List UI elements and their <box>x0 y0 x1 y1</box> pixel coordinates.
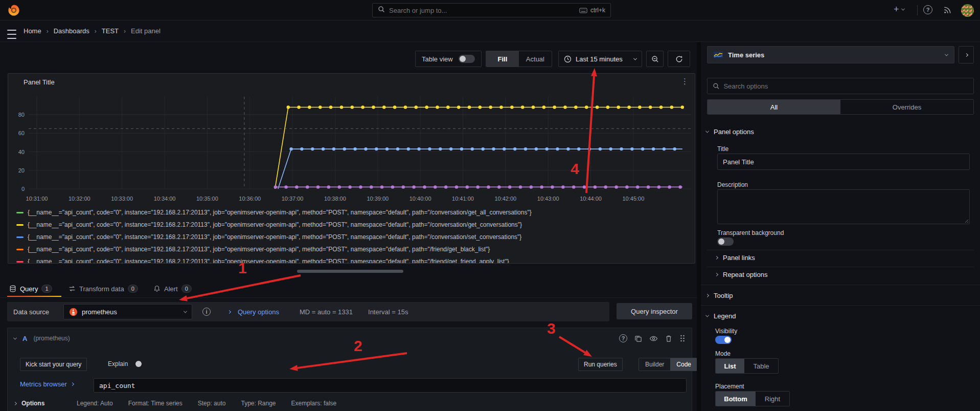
breadcrumb-dashboard-name[interactable]: TEST <box>102 27 119 35</box>
delete-query-icon[interactable] <box>665 335 672 342</box>
legend-placement-switch: Bottom Right <box>715 391 790 406</box>
mode-list-option[interactable]: List <box>716 359 744 373</box>
sidebar-expand-button[interactable] <box>959 46 974 63</box>
fill-option[interactable]: Fill <box>486 51 519 67</box>
options-search-input[interactable] <box>723 82 968 90</box>
panel-title-field[interactable] <box>717 154 970 170</box>
datasource-help-button[interactable]: i <box>198 304 215 319</box>
legend-swatch <box>16 236 24 238</box>
tab-overrides[interactable]: Overrides <box>840 100 973 114</box>
clock-icon <box>564 55 572 63</box>
grafana-logo-icon[interactable] <box>7 4 20 17</box>
top-nav-bar: ctrl+k + ? <box>0 0 980 20</box>
query-row-header[interactable]: A (prometheus) <box>8 328 692 349</box>
legend-label: {__name__="api_count", code="0", instanc… <box>28 221 522 228</box>
svg-text:0: 0 <box>21 186 25 192</box>
drag-handle-icon[interactable] <box>679 334 686 342</box>
repeat-options-section[interactable]: Repeat options <box>715 271 767 278</box>
max-data-points-summary: MD = auto = 1331 <box>300 308 353 316</box>
query-options-toggle[interactable]: Query options MD = auto = 1331 Interval … <box>228 302 408 321</box>
mode-label: Mode <box>715 350 731 357</box>
legend-swatch <box>16 249 24 250</box>
editor-tab-bar: Query 1 Transform data 0 Alert 0 <box>0 279 697 298</box>
time-range-picker[interactable]: Last 15 minutes <box>558 51 642 67</box>
divider <box>701 285 980 285</box>
legend-visibility-toggle[interactable] <box>715 336 732 344</box>
svg-text:10:36:00: 10:36:00 <box>239 196 261 202</box>
zoom-out-button[interactable] <box>646 51 664 67</box>
promql-query-input[interactable] <box>94 378 687 393</box>
query-count-badge: 1 <box>41 285 52 293</box>
menu-toggle-button[interactable] <box>7 28 16 40</box>
actual-option[interactable]: Actual <box>519 51 552 67</box>
datasource-label: Data source <box>13 302 49 321</box>
chevron-right-icon <box>705 294 709 297</box>
format-option-summary: Format: Time series <box>128 400 183 407</box>
pane-splitter[interactable] <box>697 42 701 411</box>
panel-title-input[interactable] <box>718 158 969 166</box>
legend-item[interactable]: {__name__="api_count", code="0", instanc… <box>16 232 521 242</box>
svg-text:40: 40 <box>18 149 25 155</box>
help-button[interactable]: ? <box>923 5 932 14</box>
breadcrumb: Home › Dashboards › TEST › Edit panel <box>24 27 161 35</box>
chevron-right-icon <box>71 382 74 386</box>
description-field[interactable] <box>717 189 970 224</box>
chevron-down-icon <box>633 56 637 60</box>
query-inspector-button[interactable]: Query inspector <box>617 303 692 319</box>
visualization-picker[interactable]: Time series <box>707 46 954 63</box>
search-input[interactable] <box>389 7 575 14</box>
builder-option[interactable]: Builder <box>639 358 670 371</box>
tab-query[interactable]: Query 1 <box>9 282 52 296</box>
table-view-toggle[interactable] <box>459 55 475 63</box>
explain-label: Explain <box>108 360 128 367</box>
query-datasource-hint: (prometheus) <box>33 335 70 342</box>
description-textarea[interactable] <box>718 190 969 224</box>
breadcrumb-dashboards[interactable]: Dashboards <box>54 27 89 35</box>
placement-bottom-option[interactable]: Bottom <box>716 392 756 406</box>
placement-right-option[interactable]: Right <box>756 392 789 406</box>
options-label: Options <box>21 400 44 407</box>
panel-links-section[interactable]: Panel links <box>715 254 755 262</box>
legend-item[interactable]: {__name__="api_count", code="0", instanc… <box>16 245 490 254</box>
chevron-down-icon <box>901 7 904 10</box>
global-search[interactable]: ctrl+k <box>372 3 611 17</box>
svg-text:10:39:00: 10:39:00 <box>367 196 389 202</box>
tab-transform-data[interactable]: Transform data 0 <box>69 282 138 296</box>
code-option[interactable]: Code <box>670 358 697 371</box>
news-button[interactable] <box>943 5 952 15</box>
table-view-control: Table view <box>415 51 482 67</box>
tooltip-section[interactable]: Tooltip <box>706 292 733 299</box>
options-search[interactable] <box>707 78 974 94</box>
kick-start-query-button[interactable]: Kick start your query <box>20 358 87 371</box>
metrics-browser-toggle[interactable]: Metrics browser <box>20 380 74 388</box>
legend-section[interactable]: Legend <box>706 312 736 320</box>
query-help-icon[interactable]: ? <box>619 334 627 342</box>
transparent-bg-toggle[interactable] <box>717 237 734 246</box>
timeseries-viz-icon <box>714 51 723 58</box>
exemplars-option-summary: Exemplars: false <box>291 400 337 407</box>
tab-all[interactable]: All <box>708 100 840 114</box>
legend-label: {__name__="api_count", code="0", instanc… <box>28 233 521 241</box>
breadcrumb-home[interactable]: Home <box>24 27 41 35</box>
panel-options-section[interactable]: Panel options <box>706 128 754 136</box>
legend-item[interactable]: {__name__="api_count", code="0", instanc… <box>16 208 532 217</box>
divider <box>707 250 974 250</box>
hide-query-eye-icon[interactable] <box>649 335 658 342</box>
legend-item[interactable]: {__name__="api_count", code="0", instanc… <box>16 257 509 264</box>
svg-text:10:34:00: 10:34:00 <box>154 196 176 202</box>
svg-text:10:32:00: 10:32:00 <box>69 196 90 202</box>
user-avatar[interactable] <box>961 4 974 17</box>
tab-alert[interactable]: Alert 0 <box>153 282 192 296</box>
add-new-button[interactable]: + <box>894 5 904 14</box>
run-queries-button[interactable]: Run queries <box>578 358 623 371</box>
query-options-collapsed[interactable]: Options <box>14 400 44 407</box>
legend-option-summary: Legend: Auto <box>77 400 113 407</box>
refresh-button[interactable] <box>668 51 690 67</box>
mode-table-option[interactable]: Table <box>744 359 778 373</box>
datasource-picker[interactable]: prometheus <box>63 304 192 319</box>
duplicate-icon[interactable] <box>634 335 642 342</box>
horizontal-scrollbar[interactable] <box>297 270 403 273</box>
active-tab-underline <box>7 296 61 297</box>
legend-swatch <box>16 212 24 213</box>
legend-item[interactable]: {__name__="api_count", code="0", instanc… <box>16 220 522 229</box>
